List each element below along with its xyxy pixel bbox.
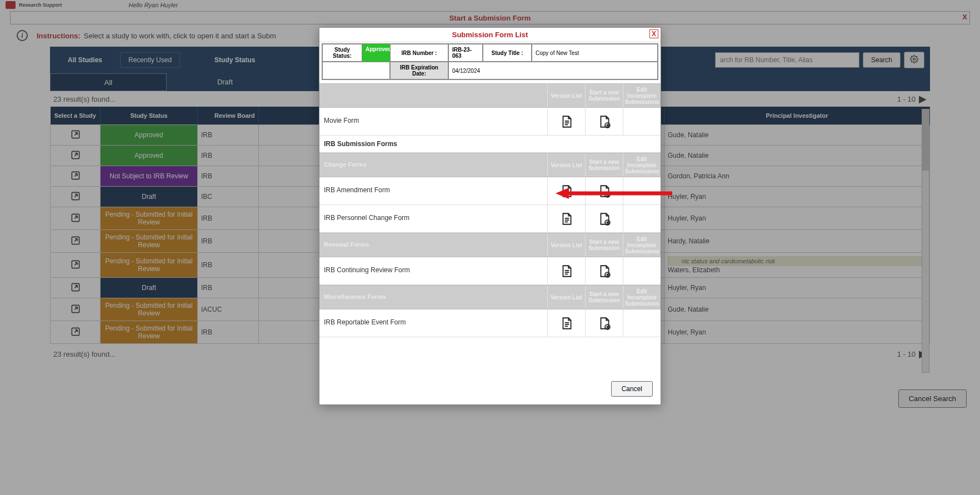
section-header-renewal: Renewal Forms Version List Start a new S… [319,233,661,257]
version-list-button[interactable] [547,108,585,135]
form-row-reportable: IRB Reportable Event Form [319,309,661,337]
form-name: IRB Amendment Form [319,177,547,204]
document-icon [559,184,574,198]
edit-incomplete-button[interactable] [623,257,661,284]
meta-study-status-label: Study Status: [322,44,362,62]
start-new-button[interactable] [585,177,623,204]
form-name: IRB Personnel Change Form [319,205,547,232]
modal-overlay: Submission Form List X Study Status: App… [0,0,980,495]
meta-study-title-label: Study Title : [483,44,532,62]
document-plus-icon [597,114,612,129]
version-list-button[interactable] [547,205,585,232]
version-list-button[interactable] [547,257,585,284]
form-name: IRB Continuing Review Form [319,257,547,284]
form-row-continuing: IRB Continuing Review Form [319,257,661,285]
form-row-amendment: IRB Amendment Form [319,177,661,205]
edit-incomplete-button[interactable] [623,205,661,232]
col-start-new: Start a new Submission [585,84,623,107]
start-new-button[interactable] [585,257,623,284]
meta-irb-exp-value: 04/12/2024 [448,62,658,79]
form-row-personnel: IRB Personnel Change Form [319,205,661,233]
section-header-blank: Version List Start a new Submission Edit… [319,83,661,108]
edit-incomplete-button[interactable] [623,108,661,135]
meta-irb-exp-label: IRB Expiration Date: [390,62,448,79]
meta-irb-number-value: IRB-23-063 [448,44,483,62]
document-plus-icon [597,184,612,198]
edit-incomplete-button[interactable] [623,177,661,204]
modal-meta-table: Study Status: Approved IRB Number : IRB-… [322,43,658,80]
form-name: IRB Reportable Event Form [319,309,547,337]
document-plus-icon [597,316,612,331]
document-icon [559,114,574,129]
version-list-button[interactable] [547,309,585,337]
document-icon [559,212,574,226]
submission-form-list-modal: Submission Form List X Study Status: App… [319,27,661,405]
version-list-button[interactable] [547,177,585,204]
start-new-button[interactable] [585,205,623,232]
document-plus-icon [597,212,612,226]
form-name: Movie Form [319,108,547,135]
meta-study-status-value: Approved [362,44,390,62]
modal-title: Submission Form List [452,31,528,39]
start-new-button[interactable] [585,309,623,337]
edit-incomplete-button[interactable] [623,309,661,337]
form-row-movie: Movie Form [319,108,661,136]
col-version-list: Version List [547,84,585,107]
document-icon [559,316,574,331]
section-header-misc: Miscellaneous Forms Version List Start a… [319,285,661,309]
meta-irb-number-label: IRB Number : [390,44,448,62]
col-edit-incomplete: Edit Incomplete Submissions [623,84,661,107]
section-header-change: Change Forms Version List Start a new Su… [319,153,661,177]
modal-cancel-button[interactable]: Cancel [611,381,653,397]
group-irb-forms: IRB Submission Forms [319,136,661,153]
start-new-button[interactable] [585,108,623,135]
meta-study-title-value: Copy of New Test [532,44,658,62]
modal-close-button[interactable]: X [649,29,658,38]
document-icon [559,264,574,278]
document-plus-icon [597,264,612,278]
